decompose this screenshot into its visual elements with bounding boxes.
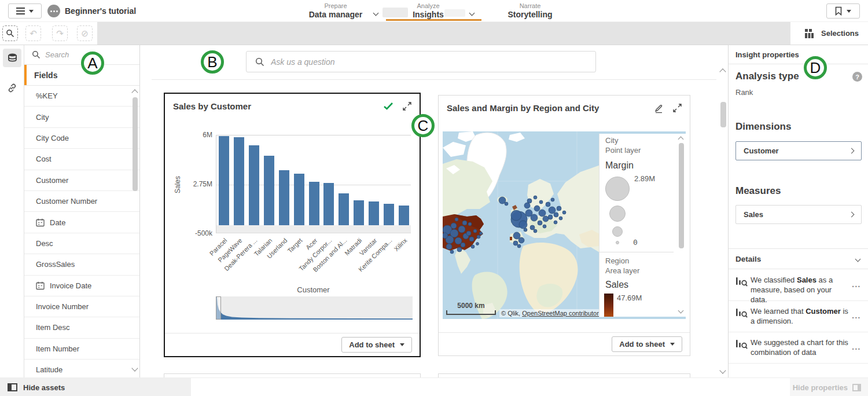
map-point[interactable]	[527, 199, 532, 203]
map-point[interactable]	[461, 243, 465, 247]
field-item[interactable]: Latitude	[24, 360, 139, 377]
add-to-sheet-button[interactable]: Add to sheet	[341, 337, 412, 353]
map-point[interactable]	[457, 247, 462, 252]
scroll-up-icon[interactable]	[678, 137, 684, 142]
navigator-selection-handle[interactable]	[216, 296, 221, 320]
bar[interactable]	[279, 170, 289, 225]
scroll-down-icon[interactable]	[719, 367, 726, 373]
field-item[interactable]: %KEY	[24, 86, 139, 107]
map-point[interactable]	[511, 210, 521, 221]
dimension-customer-button[interactable]: Customer	[735, 141, 862, 160]
map-point[interactable]	[534, 196, 537, 199]
map-point[interactable]	[554, 212, 558, 217]
map-point[interactable]	[451, 223, 457, 229]
field-item[interactable]: Invoice Date	[24, 276, 139, 296]
map-point[interactable]	[505, 202, 508, 206]
insight-detail-row[interactable]: We suggested a chart for this combinatio…	[729, 332, 868, 364]
bar[interactable]	[323, 183, 334, 225]
map-point[interactable]	[531, 214, 538, 221]
map-point[interactable]	[549, 207, 556, 214]
bar[interactable]	[354, 200, 364, 225]
map-point[interactable]	[539, 210, 546, 217]
map-point[interactable]	[455, 218, 458, 221]
step-back-button[interactable]: ↶	[25, 25, 41, 41]
map-point[interactable]	[543, 225, 546, 228]
map-point[interactable]	[546, 202, 550, 207]
map-chart[interactable]: 5000 km © Qlik, OpenStreetMap contributo…	[443, 131, 686, 319]
map-point[interactable]	[524, 203, 530, 208]
tab-narrate-storytelling[interactable]: Narrate Storytelling	[484, 2, 576, 20]
map-point[interactable]	[468, 222, 472, 226]
fields-panel-button[interactable]	[3, 49, 21, 67]
more-options-button[interactable]: ...	[852, 301, 868, 332]
bar[interactable]	[249, 145, 259, 225]
map-point[interactable]	[539, 200, 543, 204]
map-point[interactable]	[538, 221, 542, 225]
scrollbar-thumb[interactable]	[679, 143, 684, 248]
help-icon[interactable]: ?	[852, 72, 862, 82]
map-point[interactable]	[513, 241, 518, 245]
question-input[interactable]	[271, 57, 595, 67]
edit-pencil-icon[interactable]	[654, 104, 664, 116]
measure-sales-button[interactable]: Sales	[735, 205, 862, 224]
details-section-toggle[interactable]: Details	[729, 248, 868, 269]
map-point[interactable]	[471, 245, 475, 248]
hide-properties-button[interactable]: Hide properties	[790, 378, 868, 396]
bar[interactable]	[339, 193, 349, 225]
next-insight-card-stub[interactable]	[438, 373, 690, 377]
insight-card-sales-margin-map[interactable]: Sales and Margin by Region and City	[438, 95, 690, 356]
bar[interactable]	[264, 156, 274, 225]
tab-prepare-data-manager[interactable]: Prepare Data manager	[289, 2, 382, 20]
dimension-range-navigator[interactable]	[216, 296, 413, 320]
scrollbar-thumb[interactable]	[133, 97, 138, 191]
map-point[interactable]	[450, 250, 454, 254]
map-point[interactable]	[446, 244, 452, 250]
field-item[interactable]: City	[24, 107, 139, 127]
step-forward-button[interactable]: ↷	[52, 25, 68, 41]
field-item[interactable]: Customer Number	[24, 191, 139, 212]
bar[interactable]	[219, 136, 229, 225]
insight-question-box[interactable]	[246, 51, 596, 72]
map-point[interactable]	[524, 228, 527, 232]
map-point[interactable]	[551, 198, 554, 201]
map-point[interactable]	[534, 206, 540, 211]
map-point[interactable]	[543, 216, 549, 222]
bar[interactable]	[369, 201, 379, 225]
map-point[interactable]	[466, 231, 471, 236]
next-insight-card-stub[interactable]	[164, 373, 421, 377]
bar[interactable]	[309, 182, 319, 225]
map-point[interactable]	[455, 237, 462, 244]
insight-detail-row[interactable]: We classified Sales as a measure, based …	[729, 270, 868, 301]
add-to-sheet-button[interactable]: Add to sheet	[612, 336, 682, 352]
map-point[interactable]	[562, 211, 566, 214]
scroll-down-icon[interactable]	[678, 308, 684, 314]
field-item[interactable]: Invoice Number	[24, 296, 139, 317]
insight-detail-row[interactable]: We learned that Customer is a dimension.…	[729, 301, 868, 332]
selections-tool-button[interactable]: Selections	[790, 22, 868, 45]
links-panel-button[interactable]	[6, 82, 18, 94]
bar[interactable]	[234, 137, 244, 225]
selections-search-button[interactable]	[2, 25, 18, 41]
bookmarks-button[interactable]	[826, 3, 860, 19]
more-options-button[interactable]: ...	[852, 270, 868, 300]
more-options-button[interactable]: ...	[852, 332, 868, 363]
map-point[interactable]	[443, 233, 448, 239]
map-point[interactable]	[476, 243, 479, 245]
openstreetmap-link[interactable]: OpenStreetMap contributors	[522, 310, 602, 317]
map-point[interactable]	[458, 226, 465, 233]
map-point[interactable]	[530, 225, 535, 230]
insight-card-sales-by-customer[interactable]: Sales by Customer Sales Customer	[164, 93, 421, 357]
map-point[interactable]	[517, 244, 521, 248]
map-point[interactable]	[469, 237, 474, 241]
field-item[interactable]: GrossSales	[24, 254, 139, 275]
map-point[interactable]	[473, 229, 477, 233]
map-point[interactable]	[462, 221, 467, 225]
map-point[interactable]	[554, 221, 557, 224]
global-menu-button[interactable]	[8, 3, 42, 19]
map-point[interactable]	[548, 215, 553, 219]
clear-selections-button[interactable]: ⊘	[77, 25, 93, 41]
field-item[interactable]: City Code	[24, 128, 139, 149]
expand-icon[interactable]	[673, 104, 682, 115]
field-item[interactable]: Item Desc	[24, 317, 139, 338]
map-point[interactable]	[557, 206, 561, 211]
